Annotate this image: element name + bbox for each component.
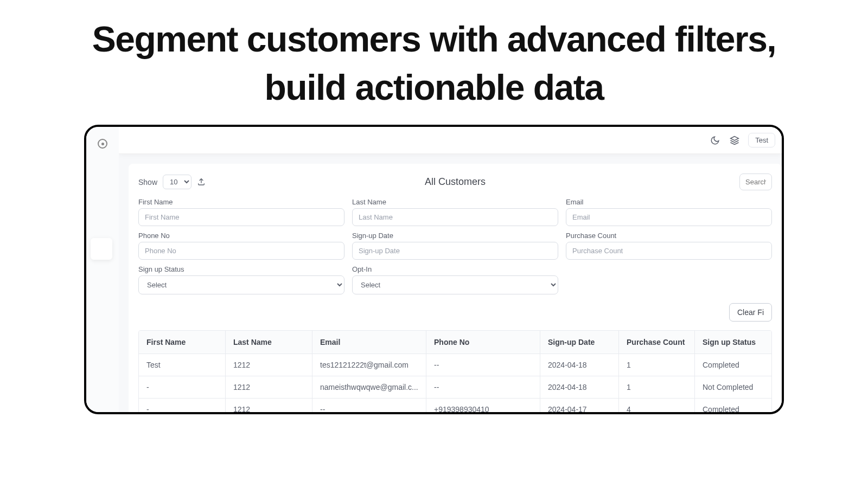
hero-line-2: build actionable data [265,67,604,107]
svg-marker-0 [731,136,739,140]
last-name-input[interactable] [352,208,558,226]
cell-count: 1 [619,354,695,376]
page-size-select[interactable]: 10 [163,175,192,189]
th-purchase-count: Purchase Count [619,331,695,354]
moon-icon[interactable] [709,134,721,146]
cell-count: 4 [619,399,695,412]
cell-email: nameisthwqwqwe@gmail.c... [312,376,426,399]
cell-email: tes12121222t@gmail.com [312,354,426,376]
table-row[interactable]: Test 1212 tes12121222t@gmail.com -- 2024… [139,354,771,376]
email-input[interactable] [566,208,772,226]
th-first-name: First Name [139,331,226,354]
th-signup-status: Sign up Status [695,331,772,354]
signup-status-select[interactable]: Select [138,275,344,294]
hero-headline: Segment customers with advanced filters,… [0,0,868,112]
layers-icon[interactable] [729,134,741,146]
purchase-count-label: Purchase Count [566,232,772,240]
export-icon[interactable] [197,177,207,187]
phone-label: Phone No [138,232,344,240]
target-icon [98,139,107,149]
cell-status: Completed [695,399,772,412]
topbar: Test [119,127,782,154]
hero-line-1: Segment customers with advanced filters, [92,19,776,59]
app-frame: Test Show 10 All Customers First [84,125,784,414]
cell-phone: -- [426,354,540,376]
clear-filters-button[interactable]: Clear Fi [729,303,772,322]
cell-first-name: - [139,376,226,399]
cell-phone: +919398930410 [426,399,540,412]
cell-last-name: 1212 [226,354,312,376]
cell-phone: -- [426,376,540,399]
cell-email: -- [312,399,426,412]
last-name-label: Last Name [352,198,558,206]
cell-count: 1 [619,376,695,399]
sidebar-collapsed-tab[interactable] [91,238,112,260]
cell-first-name: - [139,399,226,412]
sidebar [86,127,119,412]
optin-label: Opt-In [352,265,558,273]
table-row[interactable]: - 1212 -- +919398930410 2024-04-17 4 Com… [139,399,771,412]
first-name-label: First Name [138,198,344,206]
search-input[interactable] [739,174,772,190]
th-phone: Phone No [426,331,540,354]
cell-last-name: 1212 [226,376,312,399]
th-signup-date: Sign-up Date [540,331,619,354]
th-email: Email [312,331,426,354]
cell-status: Completed [695,354,772,376]
customers-panel: Show 10 All Customers First Name [129,164,782,412]
signup-date-input[interactable] [352,242,558,260]
cell-date: 2024-04-17 [540,399,619,412]
cell-date: 2024-04-18 [540,376,619,399]
cell-last-name: 1212 [226,399,312,412]
optin-select[interactable]: Select [352,275,558,294]
panel-title: All Customers [425,176,486,188]
user-badge[interactable]: Test [748,133,775,147]
phone-input[interactable] [138,242,344,260]
panel-header: Show 10 All Customers [138,174,772,190]
signup-status-label: Sign up Status [138,265,344,273]
cell-status: Not Completed [695,376,772,399]
purchase-count-input[interactable] [566,242,772,260]
cell-first-name: Test [139,354,226,376]
signup-date-label: Sign-up Date [352,232,558,240]
table-header-row: First Name Last Name Email Phone No Sign… [139,331,771,354]
email-label: Email [566,198,772,206]
filter-grid: First Name Last Name Email Phone No Sign… [138,198,772,294]
show-label: Show [138,178,157,187]
customers-table: First Name Last Name Email Phone No Sign… [138,330,772,412]
first-name-input[interactable] [138,208,344,226]
cell-date: 2024-04-18 [540,354,619,376]
table-row[interactable]: - 1212 nameisthwqwqwe@gmail.c... -- 2024… [139,376,771,399]
th-last-name: Last Name [226,331,312,354]
